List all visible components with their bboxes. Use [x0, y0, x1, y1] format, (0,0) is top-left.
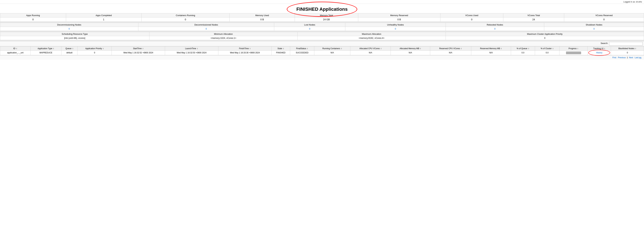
main-table-header: Blacklisted Nodes ⇕	[611, 47, 644, 51]
sort-icon[interactable]: ⇕	[604, 48, 605, 50]
cell-app-type: MAPREDUCE	[30, 51, 62, 55]
node-stat-header: Decommissioned Nodes	[138, 23, 274, 27]
node-stat-header: Shutdown Nodes	[544, 23, 644, 27]
cell-priority: 0	[78, 51, 112, 55]
scheduling-header: Minimum Allocation	[149, 32, 297, 36]
scheduling-table: Scheduling Resource TypeMinimum Allocati…	[0, 32, 644, 40]
cluster-stat-value: 0	[440, 18, 503, 22]
node-stat-header: Lost Nodes	[274, 23, 345, 27]
cluster-stat-value: 0 B	[358, 18, 440, 22]
scheduling-header: Scheduling Resource Type	[0, 32, 150, 36]
cluster-stat-header: Memory Used	[230, 14, 295, 18]
sort-icon[interactable]: ⇕	[53, 48, 54, 50]
cell-launch-time: Wed May 1 16:32:53 +0800 2024	[165, 51, 218, 55]
cell-allocated-memory: N/A	[391, 51, 430, 55]
cell-tracking-ui: History	[588, 51, 611, 55]
main-table-header: Reserved Memory MB ⇕	[471, 47, 511, 51]
main-table-header: FinalStatus ⇕	[290, 47, 314, 51]
node-stat-value: 0	[0, 27, 138, 31]
cell-reserved-memory: N/A	[471, 51, 511, 55]
footer-previous[interactable]: Previous	[618, 56, 626, 59]
cell-blacklisted-nodes: 0	[611, 51, 644, 55]
main-table-header: Application Priority ⇕	[78, 47, 112, 51]
main-table-header: LaunchTime ⇕	[165, 47, 218, 51]
cluster-stat-header: VCores Total	[503, 14, 564, 18]
node-stat-header: Unhealthy Nodes	[345, 23, 446, 27]
scheduling-value: <memory:8192, vCores:4>	[298, 36, 446, 40]
main-table-header: % of Cluster ⇕	[535, 47, 559, 51]
sort-icon[interactable]: ⇕	[577, 48, 578, 50]
search-bar: Search:	[0, 41, 644, 46]
cluster-stat-value: 0 B	[230, 18, 295, 22]
sort-icon[interactable]: ⇕	[552, 48, 554, 50]
main-table-header: State ⇕	[272, 47, 290, 51]
sort-icon[interactable]: ⇕	[16, 48, 17, 50]
cluster-stat-value: 24 GB	[295, 18, 358, 22]
node-stat-value: 0	[345, 27, 446, 31]
main-table-header: Running Containers ⇕	[314, 47, 350, 51]
sort-icon[interactable]: ⇕	[460, 48, 462, 50]
cluster-stat-header: Apps Running	[0, 14, 66, 18]
cluster-stat-header: VCores Used	[440, 14, 503, 18]
table-row: application_..._untMAPREDUCEdefault0Wed …	[0, 51, 644, 55]
node-stat-header: Rebooted Nodes	[446, 23, 544, 27]
sort-icon[interactable]: ⇕	[102, 48, 104, 50]
node-stat-value: 0	[544, 27, 644, 31]
scheduling-value: <memory:1024, vCores:1>	[149, 36, 297, 40]
cell-final-status: SUCCEEDED	[290, 51, 314, 55]
cluster-stat-header: Memory Total	[295, 14, 358, 18]
cell-id: application_..._unt	[0, 51, 30, 55]
footer-last[interactable]: Last pg.	[634, 56, 642, 59]
node-stat-value: 0	[138, 27, 274, 31]
main-table: ID ⇕Application Type ⇕Queue ⇕Application…	[0, 46, 644, 55]
main-table-header: FinishTime ⇕	[218, 47, 272, 51]
cell-queue: default	[62, 51, 78, 55]
sort-icon[interactable]: ⇕	[197, 48, 198, 50]
sort-icon[interactable]: ⇕	[380, 48, 382, 50]
login-text: Logged in as: dr.who	[623, 1, 642, 3]
cluster-stat-value: 1	[66, 18, 142, 22]
footer-next[interactable]: Next	[629, 56, 633, 59]
node-stat-header: Decommissioning Nodes	[0, 23, 138, 27]
node-stat-value: 0	[274, 27, 345, 31]
scheduling-value: 0	[446, 36, 644, 40]
footer-first[interactable]: First	[612, 56, 616, 59]
cell-progress	[559, 51, 588, 55]
sort-icon[interactable]: ⇕	[635, 48, 636, 50]
cluster-stat-header: VCores Reserved	[564, 14, 644, 18]
cluster-stat-header: Memory Reserved	[358, 14, 440, 18]
history-link-wrapper: History	[596, 52, 602, 54]
sort-icon[interactable]: ⇕	[283, 48, 284, 50]
cell-start-time: Wed May 1 16:32:52 +0800 2024	[112, 51, 165, 55]
sort-icon[interactable]: ⇕	[72, 48, 74, 50]
main-table-header: Reserved CPU VCores ⇕	[430, 47, 471, 51]
sort-icon[interactable]: ⇕	[142, 48, 144, 50]
main-table-header: Progress ⇕	[559, 47, 588, 51]
main-table-header: Queue ⇕	[62, 47, 78, 51]
history-link[interactable]: History	[596, 52, 602, 54]
sort-icon[interactable]: ⇕	[307, 48, 308, 50]
page-title: FINISHED Applications	[296, 7, 348, 12]
progress-bar	[566, 52, 581, 54]
top-bar: Logged in as: dr.who	[0, 0, 644, 4]
sort-icon[interactable]: ⇕	[341, 48, 342, 50]
cluster-stat-value: 0	[564, 18, 644, 22]
cell-reserved-cpu: N/A	[430, 51, 471, 55]
scheduling-header: Maximum Cluster Application Priority	[446, 32, 644, 36]
search-input[interactable]	[609, 42, 643, 46]
sort-icon[interactable]: ⇕	[420, 48, 421, 50]
main-table-header: Allocated CPU VCores ⇕	[350, 47, 391, 51]
main-table-header: % of Queue ⇕	[511, 47, 535, 51]
title-section: FINISHED Applications	[0, 4, 644, 13]
cell-state: FINISHED	[272, 51, 290, 55]
footer-nav: First Previous 1 Next Last pg.	[0, 55, 644, 60]
cluster-stat-value: 24	[503, 18, 564, 22]
cluster-stat-header: Containers Running	[142, 14, 230, 18]
cell-pct-cluster: 0.0	[535, 51, 559, 55]
node-stat-value: 0	[446, 27, 544, 31]
sort-icon[interactable]: ⇕	[250, 48, 251, 50]
sort-icon[interactable]: ⇕	[500, 48, 502, 50]
cell-pct-queue: 0.0	[511, 51, 535, 55]
main-table-header: StartTime ⇕	[112, 47, 165, 51]
sort-icon[interactable]: ⇕	[528, 48, 529, 50]
